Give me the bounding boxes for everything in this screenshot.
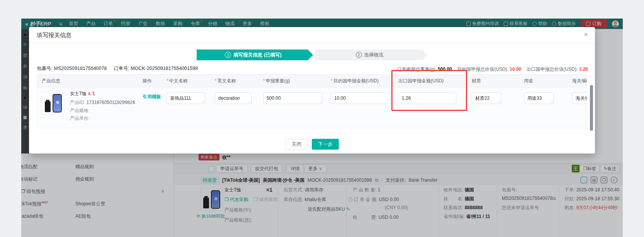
col-en-name: *英文名称 <box>215 75 236 87</box>
en-name-input[interactable]: decoration <box>215 92 251 104</box>
table-header: 产品信息 操作 *中文名称 *英文名称 *申报重量(g) *目的国申报金额(US… <box>37 75 587 87</box>
product-image <box>42 92 64 114</box>
modal-header: 填写报关信息 × <box>29 27 595 44</box>
col-weight: *申报重量(g) <box>263 75 290 87</box>
package-order-info: 包裹号: MS20250918175540078 订单号: MOCK-20250… <box>37 65 198 72</box>
product-qty: x 1 <box>88 90 95 96</box>
export-total-value: 1.26 <box>579 66 588 72</box>
dest-total-label: 目的国申报总价值(USD): <box>457 66 508 72</box>
col-usage: 用途 <box>524 75 533 87</box>
total-weight-value: 500.00 <box>438 66 452 72</box>
dest-amount-input[interactable]: 10.00 <box>331 92 391 104</box>
modal-title: 填写报关信息 <box>37 32 71 39</box>
app-window: « 妙手ERP ≡ 首页 产品 订单 托管 广告 数据 采购 仓库 分销 物流 … <box>21 19 623 237</box>
total-weight-label: 订单申报总重量(g): <box>397 66 437 72</box>
col-dest-amount: *目的国申报金额(USD) <box>331 75 379 87</box>
screen: « 妙手ERP ≡ 首页 产品 订单 托管 广告 数据 采购 仓库 分销 物流 … <box>0 0 644 237</box>
product-id-label: 产品ID: <box>70 100 85 105</box>
order-label: 订单号: <box>114 66 129 71</box>
declaration-table: 产品信息 操作 *中文名称 *英文名称 *申报重量(g) *目的国申报金额(US… <box>37 74 587 128</box>
order-number: MOCK-2025091817554001598 <box>131 66 198 71</box>
export-total-label: 出口国申报总价值(USD): <box>527 66 578 72</box>
product-price-label: 产品单价: <box>70 115 90 122</box>
step-fill-customs-info: 1 填写报关信息 (已填写) <box>197 49 313 60</box>
col-material: 材质 <box>472 75 481 87</box>
package-label: 包裹号: <box>37 66 53 71</box>
usage-input[interactable]: 用途33 <box>524 92 554 104</box>
hs-code-input[interactable]: 海关编码1 <box>572 92 587 104</box>
product-id-value: 1731676050119299826 <box>87 100 135 105</box>
cn-name-input[interactable]: 装饰品111 <box>167 92 205 104</box>
apply-template-link[interactable]: 引用模板 <box>143 94 161 100</box>
export-amount-input[interactable]: 1.26 <box>398 92 456 104</box>
customs-declaration-modal: 填写报关信息 × 1 填写报关信息 (已填写) 2 选择物流 包裹号: MS20… <box>29 27 595 153</box>
close-button[interactable]: 关闭 <box>285 139 308 150</box>
step-number: 1 <box>225 52 231 58</box>
product-name: 女士T恤 <box>70 91 87 96</box>
table-row: 女士T恤 x 1 产品ID: 1731676050119299826 产品规格:… <box>37 87 587 128</box>
stepper: 1 填写报关信息 (已填写) 2 选择物流 <box>197 49 428 60</box>
declaration-summary: 订单申报总重量(g): 500.00 目的国申报总价值(USD): 10.00 … <box>397 66 588 73</box>
material-input[interactable]: 材质22 <box>472 92 502 104</box>
dest-total-value: 10.00 <box>510 66 521 72</box>
package-number: MS20250918175540078 <box>54 66 107 71</box>
step-select-logistics: 2 选择物流 <box>315 49 428 60</box>
step-number: 2 <box>356 52 362 58</box>
col-export-amount: 出口国申报金额(USD) <box>398 75 443 87</box>
col-cn-name: *中文名称 <box>167 75 188 87</box>
product-spec-label: 产品规格: <box>70 107 90 114</box>
next-step-button[interactable]: 下一步 <box>312 139 339 150</box>
col-product-info: 产品信息 <box>42 75 60 87</box>
close-icon[interactable]: × <box>584 31 588 39</box>
scrollbar-thumb[interactable] <box>590 85 593 131</box>
col-action: 操作 <box>143 75 152 87</box>
weight-input[interactable]: 500.00 <box>263 92 323 104</box>
col-hs-code: 海关编码 <box>572 75 587 87</box>
modal-footer: 关闭 下一步 <box>29 139 595 150</box>
